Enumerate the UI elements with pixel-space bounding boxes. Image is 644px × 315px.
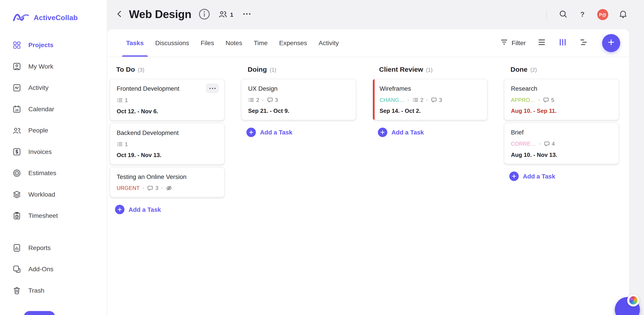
project-members-button[interactable]: 1 xyxy=(218,9,233,20)
sidebar-item-trash[interactable]: Trash xyxy=(0,280,107,301)
my-work-icon xyxy=(12,62,21,71)
task-title: Testing an Online Version xyxy=(117,173,186,181)
sidebar-item-workload[interactable]: Workload xyxy=(0,184,107,205)
column-done: Done (2) Research APPRO… xyxy=(504,66,619,181)
card-menu-button[interactable] xyxy=(206,84,218,93)
column-to-do: To Do (3) Frontend Development xyxy=(110,66,224,214)
tab-tasks[interactable]: Tasks xyxy=(120,29,149,56)
tab-expenses[interactable]: Expenses xyxy=(274,29,313,56)
card-status-edge xyxy=(373,79,374,120)
add-task-button[interactable]: Add a Task xyxy=(110,205,224,214)
task-meta: URGENT 3 xyxy=(117,185,219,191)
comment-icon xyxy=(267,97,273,103)
view-columns-button[interactable] xyxy=(558,38,568,48)
add-task-button[interactable]: Add a Task xyxy=(241,128,356,137)
chevron-left-icon xyxy=(114,9,124,20)
add-task-button[interactable]: Add a Task xyxy=(372,128,488,137)
column-count: (1) xyxy=(270,67,276,73)
column-header: To Do (3) xyxy=(110,66,224,73)
tab-files[interactable]: Files xyxy=(195,29,220,56)
column-cards: Research APPRO… xyxy=(504,79,619,164)
help-button[interactable]: ? xyxy=(578,10,587,19)
task-meta: CORRE… 4 xyxy=(511,141,613,147)
column-cards: Wireframes CHANG… xyxy=(372,79,488,120)
app-logo[interactable]: ActiveCollab xyxy=(0,0,107,32)
task-card[interactable]: Brief CORRE… xyxy=(504,123,619,164)
task-card[interactable]: Testing an Online Version URGENT xyxy=(110,167,224,198)
comment-icon xyxy=(431,97,437,103)
task-card[interactable]: Research APPRO… xyxy=(504,79,619,120)
notifications-button[interactable] xyxy=(618,9,628,20)
task-card[interactable]: Backend Development xyxy=(110,123,224,165)
task-date-range: Aug 10. - Nov 13. xyxy=(511,151,613,158)
view-timeline-button[interactable] xyxy=(579,38,588,48)
project-more-button[interactable] xyxy=(242,9,252,20)
project-header: Web Design 1 xyxy=(107,0,644,29)
board-controls: Filter xyxy=(500,34,620,52)
sidebar-item-label: Invoices xyxy=(28,148,52,155)
meta-separator xyxy=(408,97,409,103)
meta-separator xyxy=(262,97,264,103)
task-meta: 2 3 xyxy=(248,97,350,103)
sidebar-item-estimates[interactable]: Estimates xyxy=(0,162,107,184)
tab-time[interactable]: Time xyxy=(248,29,274,56)
sidebar-item-projects[interactable]: Projects xyxy=(0,34,107,56)
task-label-changes: CHANG… xyxy=(380,97,404,103)
chat-widget-badge xyxy=(627,294,640,307)
back-button[interactable] xyxy=(114,9,125,20)
meta-separator xyxy=(538,97,540,103)
checklist-icon xyxy=(117,97,123,103)
column-count: (2) xyxy=(530,67,537,73)
column-cards: Frontend Development xyxy=(110,79,224,198)
project-title: Web Design xyxy=(129,8,192,21)
sidebar-item-reports[interactable]: Reports xyxy=(0,237,107,259)
add-new-button[interactable] xyxy=(602,34,620,52)
sidebar-item-activity[interactable]: Activity xyxy=(0,77,107,98)
bell-icon xyxy=(618,9,628,20)
sidebar-item-add-ons[interactable]: Add-Ons xyxy=(0,259,107,280)
topbar-divider xyxy=(546,10,547,19)
column-name: To Do xyxy=(116,66,135,73)
comments-count: 3 xyxy=(267,97,278,103)
tab-discussions[interactable]: Discussions xyxy=(149,29,195,56)
chat-widget-logo-icon xyxy=(629,296,638,305)
column-header: Client Review (1) xyxy=(372,66,488,73)
add-task-button[interactable]: Add a Task xyxy=(504,172,619,181)
calendar-icon: 29 xyxy=(12,105,21,113)
sidebar-item-my-work[interactable]: My Work xyxy=(0,56,107,77)
task-title: Backend Development xyxy=(117,129,179,137)
task-card[interactable]: Frontend Development xyxy=(110,79,224,121)
sidebar-group-separator xyxy=(0,227,107,237)
task-date-range: Sep 14. - Oct 2. xyxy=(380,107,482,114)
sidebar-item-label: Estimates xyxy=(28,170,56,177)
sidebar-item-people[interactable]: People xyxy=(0,120,107,141)
task-meta: 1 xyxy=(117,141,219,147)
tab-notes[interactable]: Notes xyxy=(220,29,248,56)
sidebar-item-calendar[interactable]: 29 Calendar xyxy=(0,98,107,120)
search-button[interactable] xyxy=(558,9,568,20)
reports-chart-icon xyxy=(12,243,21,252)
members-people-icon xyxy=(218,9,228,20)
members-count: 1 xyxy=(230,11,234,18)
sidebar-item-invoices[interactable]: Invoices xyxy=(0,141,107,163)
filter-button[interactable]: Filter xyxy=(500,38,526,48)
task-date-range: Oct 12. - Nov 6. xyxy=(117,108,219,114)
tab-activity[interactable]: Activity xyxy=(313,29,344,56)
add-task-label: Add a Task xyxy=(128,206,161,213)
view-list-button[interactable] xyxy=(537,38,547,48)
ellipsis-icon xyxy=(242,9,252,20)
sidebar-item-label: Add-Ons xyxy=(28,265,54,273)
plus-icon xyxy=(607,37,616,48)
task-card[interactable]: Wireframes CHANG… xyxy=(372,79,488,120)
sidebar-bottom-button[interactable] xyxy=(24,311,55,315)
search-icon xyxy=(558,9,568,20)
task-title: Research xyxy=(511,84,537,92)
sidebar-item-timesheet[interactable]: Timesheet xyxy=(0,205,107,227)
timesheet-clock-icon xyxy=(12,211,21,220)
user-avatar[interactable]: P@ xyxy=(597,9,608,20)
sidebar: ActiveCollab Projects My Work xyxy=(0,0,107,315)
trash-icon xyxy=(12,286,21,295)
task-card[interactable]: UX Design xyxy=(241,79,356,120)
column-cards: UX Design xyxy=(241,79,356,120)
project-info-button[interactable] xyxy=(198,8,211,21)
